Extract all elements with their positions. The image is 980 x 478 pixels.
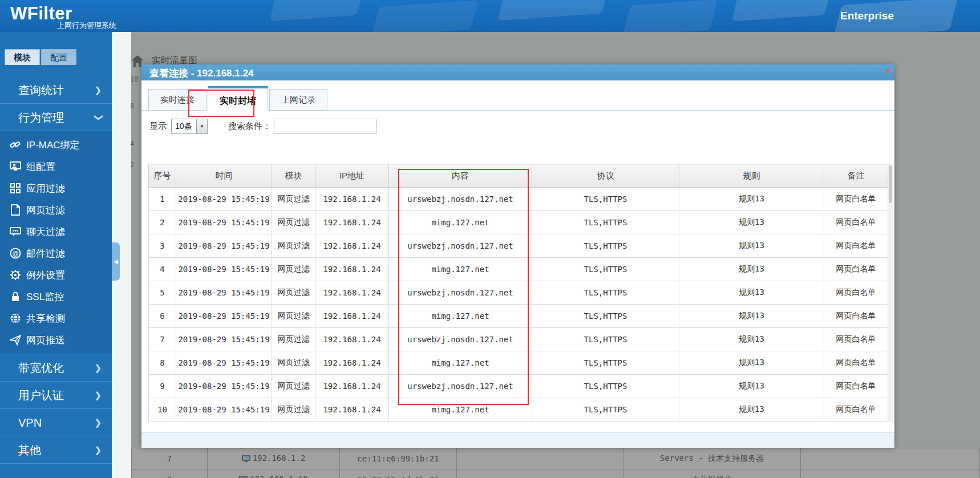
keyboard-photo-decoration [497, 0, 609, 21]
sidebar-item-chat[interactable]: 聊天过滤 [0, 221, 112, 242]
sidebar-section[interactable]: VPN❯ [0, 409, 112, 436]
protocol-cell: TLS,HTTPS [532, 398, 679, 422]
ip-cell: 192.168.1.24 [315, 281, 389, 305]
ip-cell: 192.168.1.24 [315, 234, 389, 258]
sidebar-item-grid[interactable]: 应用过滤 [0, 177, 112, 199]
chevron-right-icon: ❯ [94, 76, 102, 104]
protocol-cell: TLS,HTTPS [532, 188, 679, 211]
webpage-icon [9, 204, 22, 216]
protocol-cell: TLS,HTTPS [532, 258, 679, 281]
sidebar-section-label: 其他 [18, 444, 41, 456]
sidebar-item-at[interactable]: @邮件过滤 [0, 242, 112, 264]
sidebar-section-label: 用户认证 [18, 389, 64, 402]
search-input[interactable] [274, 119, 376, 134]
note-cell: 网页白名单 [824, 258, 888, 281]
dialog-tabbar: 实时连接实时封堵上网记录 [148, 88, 329, 111]
row-number-cell: 2 [149, 211, 176, 234]
table-row: 102019-08-29 15:45:19网页过滤192.168.1.24mim… [149, 398, 888, 422]
page-size-select[interactable]: 10条 ▼ [171, 119, 208, 134]
sidebar-submenu: IP-MAC绑定组配置应用过滤网页过滤聊天过滤@邮件过滤例外设置SSL监控共享检… [0, 131, 112, 354]
send-icon [9, 334, 22, 346]
table-row: 22019-08-29 15:45:19网页过滤192.168.1.24mimg… [149, 211, 888, 234]
sidebar-item-gear[interactable]: 例外设置 [0, 264, 112, 286]
sidebar-collapse-handle[interactable]: ◀ [112, 242, 120, 281]
sidebar-section-label: 带宽优化 [18, 362, 64, 374]
row-number-cell: 7 [149, 328, 176, 351]
rule-cell: 规则13 [679, 281, 824, 305]
sidebar-item-link[interactable]: IP-MAC绑定 [0, 134, 112, 156]
chevron-down-icon: ❮ [84, 114, 112, 121]
time-cell: 2019-08-29 15:45:19 [176, 188, 272, 211]
sidebar-tab-modules[interactable]: 模块 [5, 49, 40, 65]
ip-cell: 192.168.1.24 [315, 211, 389, 234]
close-icon[interactable]: × [886, 66, 891, 76]
keyboard-photo-decoration [270, 0, 364, 21]
dialog-footer [141, 432, 894, 448]
screen: WFilter 上网行为管理系统 Enterprise 模块配置 查询统计❯行为… [0, 0, 980, 478]
sidebar-item-monitor-user[interactable]: 组配置 [0, 156, 112, 177]
column-header: 时间 [176, 164, 272, 188]
view-connections-dialog: 查看连接 - 192.168.1.24 × 实时连接实时封堵上网记录 显示 10… [141, 64, 894, 448]
app-logo-subtitle: 上网行为管理系统 [57, 21, 116, 31]
dialog-tab-2[interactable]: 上网记录 [269, 89, 327, 111]
content-cell: urswebzj.nosdn.127.net [389, 281, 532, 305]
sidebar-tabbar: 模块配置 [5, 49, 78, 65]
dialog-tab-1[interactable]: 实时封堵 [208, 86, 268, 111]
sidebar-item-webpage[interactable]: 网页过滤 [0, 199, 112, 221]
sidebar-item-send[interactable]: 网页推送 [0, 329, 112, 351]
note-cell: 网页白名单 [824, 305, 888, 328]
table-controls: 显示 10条 ▼ 搜索条件： [141, 118, 894, 135]
content-cell: mimg.127.net [389, 351, 532, 375]
column-header: 规则 [679, 164, 824, 188]
dialog-tab-0[interactable]: 实时连接 [148, 89, 206, 111]
time-cell: 2019-08-29 15:45:19 [176, 351, 272, 375]
blocked-connections-table: 序号时间模块IP地址内容协议规则备注 12019-08-29 15:45:19网… [148, 164, 888, 422]
row-number-cell: 8 [149, 351, 176, 375]
ip-cell: 192.168.1.24 [315, 258, 389, 281]
sidebar-tab-config[interactable]: 配置 [41, 49, 76, 65]
note-cell: 网页白名单 [824, 398, 888, 422]
chevron-right-icon: ❯ [94, 409, 102, 436]
row-number-cell: 6 [149, 305, 176, 328]
column-header: 协议 [532, 164, 679, 188]
rule-cell: 规则13 [679, 351, 824, 375]
protocol-cell: TLS,HTTPS [532, 375, 679, 398]
gear-icon [9, 269, 22, 281]
dialog-title: 查看连接 - 192.168.1.24 [149, 67, 253, 80]
table-scrollbar[interactable] [888, 164, 893, 422]
sidebar-section[interactable]: 其他❯ [0, 436, 112, 464]
dialog-body: 实时连接实时封堵上网记录 显示 10条 ▼ 搜索条件： 序号时间模块IP地址内容… [141, 80, 894, 432]
row-number-cell: 9 [149, 375, 176, 398]
sidebar-section[interactable]: 行为管理❮ [0, 104, 112, 131]
sidebar-section[interactable]: 用户认证❯ [0, 382, 112, 409]
column-header: IP地址 [315, 164, 389, 188]
sidebar-item-globe[interactable]: 共享检测 [0, 307, 112, 329]
ip-cell: 192.168.1.24 [315, 351, 389, 375]
sidebar-item-label: 网页推送 [26, 334, 65, 347]
row-number-cell: 4 [149, 258, 176, 281]
protocol-cell: TLS,HTTPS [532, 328, 679, 351]
sidebar-section-label: VPN [18, 416, 42, 429]
time-cell: 2019-08-29 15:45:19 [176, 281, 272, 305]
note-cell: 网页白名单 [824, 281, 888, 305]
protocol-cell: TLS,HTTPS [532, 281, 679, 305]
row-number-cell: 3 [149, 234, 176, 258]
chevron-right-icon: ❯ [94, 354, 102, 382]
chevron-down-icon[interactable]: ▼ [196, 119, 207, 133]
sidebar-section[interactable]: 带宽优化❯ [0, 354, 112, 382]
ip-cell: 192.168.1.24 [315, 375, 389, 398]
time-cell: 2019-08-29 15:45:19 [176, 211, 272, 234]
table-row: 62019-08-29 15:45:19网页过滤192.168.1.24mimg… [149, 305, 888, 328]
sidebar-item-label: 共享检测 [26, 312, 65, 325]
time-cell: 2019-08-29 15:45:19 [176, 398, 272, 422]
table-row: 92019-08-29 15:45:19网页过滤192.168.1.24ursw… [149, 375, 888, 398]
sidebar-item-lock[interactable]: SSL监控 [0, 286, 112, 307]
sidebar-section[interactable]: 查询统计❯ [0, 76, 112, 104]
time-cell: 2019-08-29 15:45:19 [176, 305, 272, 328]
module-cell: 网页过滤 [272, 211, 315, 234]
note-cell: 网页白名单 [824, 188, 888, 211]
content-cell: urswebzj.nosdn.127.net [389, 188, 532, 211]
scrollbar-thumb[interactable] [889, 165, 892, 203]
module-cell: 网页过滤 [272, 375, 315, 398]
protocol-cell: TLS,HTTPS [532, 351, 679, 375]
